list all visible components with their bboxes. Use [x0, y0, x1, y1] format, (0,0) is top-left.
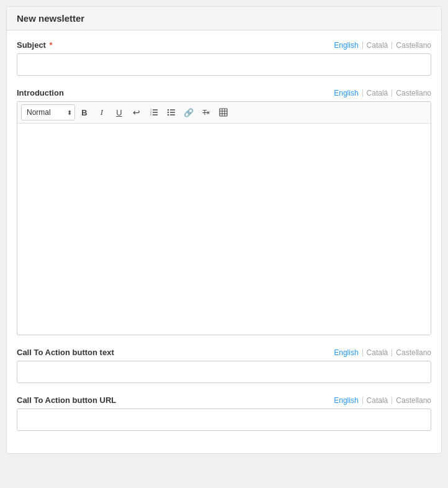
svg-rect-12: [220, 109, 227, 116]
page-container: New newsletter Subject * English Català …: [0, 6, 448, 488]
table-button[interactable]: [215, 104, 231, 120]
introduction-lang-castellano[interactable]: Castellano: [392, 89, 431, 97]
svg-point-11: [168, 114, 169, 115]
subject-field-block: Subject * English Català Castellano: [17, 40, 431, 76]
rich-editor: Normal Heading 1 Heading 2 Heading 3 ⬍ B…: [17, 101, 431, 335]
bold-button[interactable]: B: [76, 104, 92, 120]
cta-text-field-header: Call To Action button text English Catal…: [17, 348, 431, 357]
cta-url-label: Call To Action button URL: [17, 395, 116, 405]
card-body: Subject * English Català Castellano Intr…: [7, 30, 441, 453]
cta-url-field-block: Call To Action button URL English Català…: [17, 395, 431, 431]
editor-toolbar: Normal Heading 1 Heading 2 Heading 3 ⬍ B…: [17, 102, 431, 124]
cta-text-label: Call To Action button text: [17, 348, 114, 357]
hyperlink-button[interactable]: 🔗: [181, 104, 197, 120]
introduction-editor-body[interactable]: [17, 124, 431, 335]
introduction-field-block: Introduction English Català Castellano N…: [17, 88, 431, 335]
link-return-button[interactable]: ↩: [128, 104, 145, 120]
cta-text-field-block: Call To Action button text English Catal…: [17, 348, 431, 383]
introduction-field-header: Introduction English Català Castellano: [17, 88, 431, 97]
subject-lang-english[interactable]: English: [330, 42, 362, 49]
italic-button[interactable]: I: [94, 104, 110, 120]
subject-lang-tabs: English Català Castellano: [330, 42, 431, 49]
subject-lang-catala[interactable]: Català: [363, 42, 393, 49]
subject-field-header: Subject * English Català Castellano: [17, 40, 431, 50]
cta-text-input[interactable]: [17, 361, 431, 383]
unordered-list-button[interactable]: [163, 104, 179, 120]
cta-url-lang-tabs: English Català Castellano: [330, 397, 431, 404]
cta-url-field-header: Call To Action button URL English Català…: [17, 395, 431, 405]
subject-label: Subject *: [17, 40, 53, 50]
form-card: New newsletter Subject * English Català …: [6, 6, 442, 454]
cta-text-lang-castellano[interactable]: Castellano: [392, 349, 431, 356]
clear-format-button[interactable]: Tx: [198, 104, 214, 120]
cta-url-lang-castellano[interactable]: Castellano: [392, 397, 431, 404]
introduction-lang-tabs: English Català Castellano: [330, 89, 431, 97]
format-select-wrapper: Normal Heading 1 Heading 2 Heading 3 ⬍: [21, 104, 75, 120]
cta-url-input[interactable]: [17, 409, 431, 431]
underline-button[interactable]: U: [111, 104, 127, 120]
cta-text-lang-catala[interactable]: Català: [363, 349, 393, 356]
card-header: New newsletter: [7, 7, 441, 30]
introduction-lang-catala[interactable]: Català: [363, 89, 393, 97]
svg-point-10: [168, 112, 169, 113]
cta-url-lang-english[interactable]: English: [330, 397, 362, 404]
card-title: New newsletter: [17, 13, 84, 24]
introduction-lang-english[interactable]: English: [330, 89, 362, 97]
ordered-list-button[interactable]: 1 2 3: [146, 104, 162, 120]
svg-text:3: 3: [150, 113, 152, 116]
subject-input[interactable]: [17, 53, 431, 76]
cta-url-lang-catala[interactable]: Català: [363, 397, 393, 404]
cta-text-lang-tabs: English Català Castellano: [330, 349, 431, 356]
subject-lang-castellano[interactable]: Castellano: [392, 42, 431, 49]
introduction-label: Introduction: [17, 88, 64, 97]
svg-point-9: [168, 109, 169, 111]
cta-text-lang-english[interactable]: English: [330, 349, 362, 356]
format-select[interactable]: Normal Heading 1 Heading 2 Heading 3: [21, 104, 75, 120]
